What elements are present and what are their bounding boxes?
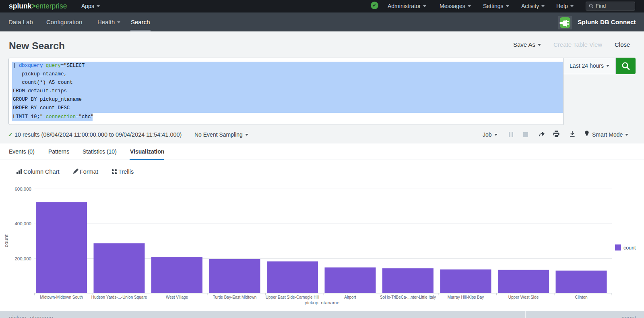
svg-text:SoHo-TriBeCa-...nter-Little It: SoHo-TriBeCa-...nter-Little Italy	[380, 295, 436, 299]
svg-text:count: count	[3, 234, 9, 247]
svg-text:count: count	[623, 245, 636, 251]
svg-text:Hudson Yards-...-Union Square: Hudson Yards-...-Union Square	[91, 295, 147, 299]
svg-text:pickup_ntaname: pickup_ntaname	[305, 300, 340, 306]
svg-text:Turtle Bay-East Midtown: Turtle Bay-East Midtown	[213, 295, 257, 299]
svg-text:Airport: Airport	[344, 295, 356, 299]
svg-text:Murray Hill-Kips Bay: Murray Hill-Kips Bay	[448, 295, 484, 299]
svg-text:400,000: 400,000	[14, 221, 31, 226]
svg-text:Upper East Side-Carnegie Hill: Upper East Side-Carnegie Hill	[266, 295, 319, 299]
svg-text:Upper West Side: Upper West Side	[508, 295, 539, 299]
svg-text:Clinton: Clinton	[575, 295, 587, 299]
svg-text:West Village: West Village	[166, 295, 188, 299]
svg-text:600,000: 600,000	[14, 187, 31, 191]
svg-text:200,000: 200,000	[14, 256, 31, 261]
svg-text:Midtown-Midtown South: Midtown-Midtown South	[40, 295, 83, 299]
